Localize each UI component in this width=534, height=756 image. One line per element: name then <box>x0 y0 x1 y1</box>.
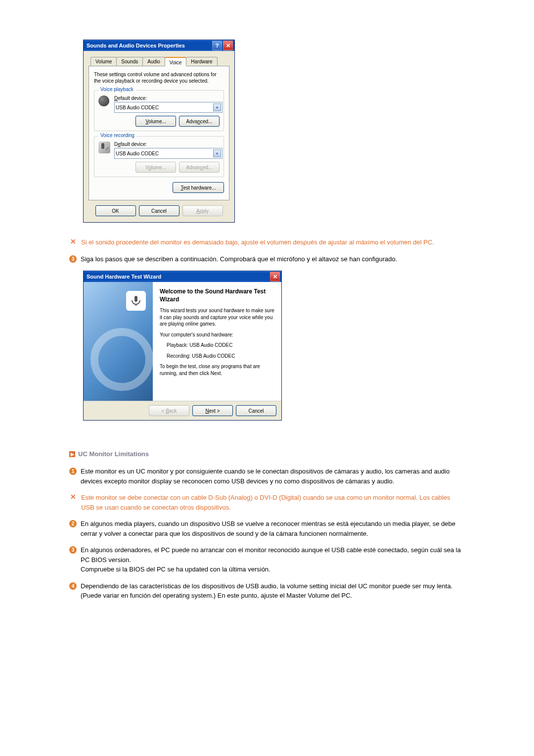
group-legend-playback: Voice playback <box>98 87 135 92</box>
badge-2: 2 <box>69 520 77 527</box>
playback-advanced-button[interactable]: Advanced... <box>179 116 220 127</box>
apply-button[interactable]: Apply <box>182 205 223 216</box>
wizard-p3: To begin the test, close any programs th… <box>160 363 274 377</box>
section-heading: ▶ UC Monitor Limitations <box>69 450 465 458</box>
close-button[interactable]: ✕ <box>223 41 233 50</box>
wizard-recording-info: Recording: USB Audio CODEC <box>160 353 274 360</box>
voice-recording-group: Voice recording Default device: USB Audi… <box>94 136 224 177</box>
tab-description: These settings control volume and advanc… <box>94 71 224 84</box>
wizard-playback-info: Playback: USB Audio CODEC <box>160 342 274 349</box>
ok-button[interactable]: OK <box>95 205 136 216</box>
step-3-text: Siga los pasos que se describen a contin… <box>81 254 397 264</box>
microphone-icon <box>98 142 110 153</box>
tab-hardware[interactable]: Hardware <box>186 57 217 66</box>
next-button[interactable]: Next > <box>192 405 233 416</box>
limitation-1-text: Este monitor es un UC monitor y por cons… <box>81 467 465 486</box>
playback-default-label: Default device: <box>114 95 220 101</box>
dialog-title: Sounds and Audio Devices Properties <box>87 43 185 48</box>
help-button[interactable]: ? <box>212 41 222 50</box>
voice-playback-group: Voice playback Default device: USB Audio… <box>94 90 224 131</box>
limitation-4: 4 Dependiendo de las características de … <box>69 581 465 601</box>
playback-volume-button[interactable]: Volume... <box>135 116 176 127</box>
limitation-3-text: En algunos ordenadores, el PC puede no a… <box>81 545 465 574</box>
limitation-4-text: Dependiendo de las características de lo… <box>81 581 465 601</box>
test-hardware-button[interactable]: Test hardware... <box>173 182 224 193</box>
chevron-down-icon: ▾ <box>213 103 221 111</box>
limitation-2: 2 En algunos media players, cuando un di… <box>69 519 465 538</box>
wizard-p2: Your computer's sound hardware: <box>160 331 274 338</box>
wizard-heading: Welcome to the Sound Hardware Test Wizar… <box>160 288 274 303</box>
dialog-titlebar: Sounds and Audio Devices Properties ? ✕ <box>84 40 234 51</box>
tab-volume[interactable]: Volume <box>90 57 117 66</box>
tab-audio[interactable]: Audio <box>142 57 165 66</box>
recording-advanced-button[interactable]: Advanced... <box>179 162 220 173</box>
limitation-3: 3 En algunos ordenadores, el PC puede no… <box>69 545 465 574</box>
mic-icon <box>126 291 146 311</box>
recording-default-label: Default device: <box>114 142 220 147</box>
ring-graphic <box>90 328 153 391</box>
x-icon: ✕ <box>69 237 77 245</box>
back-button[interactable]: < Back <box>149 405 189 416</box>
group-legend-recording: Voice recording <box>98 133 136 138</box>
dialog-tabs: Volume Sounds Audio Voice Hardware <box>89 57 229 66</box>
wizard-title: Sound Hardware Test Wizard <box>87 274 161 280</box>
badge-1: 1 <box>69 468 77 475</box>
volume-note-text: Si el sonido procedente del monitor es d… <box>81 237 434 247</box>
tab-voice[interactable]: Voice <box>165 57 186 66</box>
volume-note: ✕ Si el sonido procedente del monitor es… <box>69 237 465 247</box>
speaker-icon <box>98 95 110 107</box>
section-title: UC Monitor Limitations <box>78 450 149 458</box>
chevron-down-icon: ▾ <box>213 149 221 157</box>
recording-device-value: USB Audio CODEC <box>116 151 159 156</box>
x-icon: ✕ <box>69 493 77 501</box>
cancel-button[interactable]: Cancel <box>139 205 179 216</box>
wizard-p1: This wizard tests your sound hardware to… <box>160 307 274 328</box>
sound-test-wizard: Sound Hardware Test Wizard ✕ Welcome to … <box>83 271 282 421</box>
limitation-1-note-text: Este monitor se debe conectar con un cab… <box>81 493 465 512</box>
wizard-side-banner <box>84 282 153 401</box>
playback-device-value: USB Audio CODEC <box>116 105 159 110</box>
close-button[interactable]: ✕ <box>270 272 280 282</box>
limitation-1: 1 Este monitor es un UC monitor y por co… <box>69 467 465 486</box>
badge-3: 3 <box>69 255 77 263</box>
wizard-titlebar: Sound Hardware Test Wizard ✕ <box>84 271 281 282</box>
badge-3b: 3 <box>69 546 77 554</box>
recording-device-select[interactable]: USB Audio CODEC ▾ <box>114 148 222 159</box>
playback-device-select[interactable]: USB Audio CODEC ▾ <box>114 102 222 113</box>
sounds-audio-dialog: Sounds and Audio Devices Properties ? ✕ … <box>83 40 235 223</box>
limitation-1-note: ✕ Este monitor se debe conectar con un c… <box>69 493 465 512</box>
badge-4: 4 <box>69 582 77 590</box>
limitation-2-text: En algunos media players, cuando un disp… <box>81 519 465 538</box>
step-3-intro: 3 Siga los pasos que se describen a cont… <box>69 254 465 264</box>
cancel-button[interactable]: Cancel <box>236 405 276 416</box>
tab-sounds[interactable]: Sounds <box>116 57 143 66</box>
bullet-arrow-icon: ▶ <box>69 451 75 457</box>
recording-volume-button[interactable]: Volume... <box>135 162 176 173</box>
